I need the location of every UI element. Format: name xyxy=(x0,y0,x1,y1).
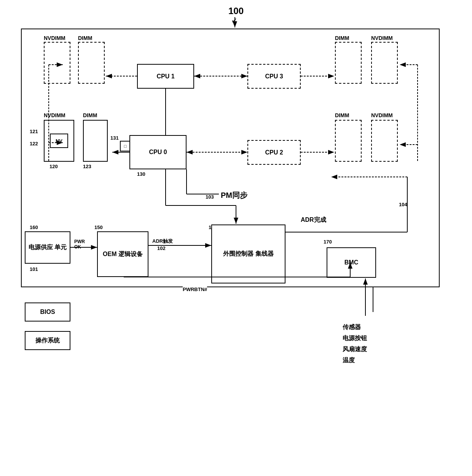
ref-100-label: 100 xyxy=(228,6,244,16)
dimm-mid-left-label: DIMM xyxy=(83,112,97,118)
ref-121: 121 xyxy=(30,129,38,134)
adr-trigger-label: ADR触发 xyxy=(152,238,173,245)
ref-170: 170 xyxy=(324,239,332,245)
nvdimm-top-left-label: NVDIMM xyxy=(44,35,65,41)
nv-box: NV xyxy=(50,134,68,148)
ref-122: 122 xyxy=(30,141,38,146)
ref-103: 103 xyxy=(206,194,214,200)
arrow-down-icon: ↙ xyxy=(231,16,237,24)
oem-logic-box: OEM 逻辑设备 xyxy=(97,231,148,277)
cpu0-box: CPU 0 xyxy=(129,135,187,169)
os-box: 操作系统 xyxy=(25,331,70,350)
cpu2-box: CPU 2 xyxy=(247,140,301,165)
sensor-info-group: 传感器 电源按钮 风扇速度 温度 xyxy=(343,323,367,365)
dimm-top-right-box xyxy=(335,42,362,84)
adr-small-box: □ xyxy=(120,141,131,151)
power-supply-label: 电源供应 单元 xyxy=(29,243,67,252)
peripheral-box: 外围控制器 集线器 xyxy=(211,224,285,283)
power-supply-box: 电源供应 单元 xyxy=(25,231,70,264)
pwrbtn-label: PWRBTN# xyxy=(183,287,207,292)
power-button-label: 电源按钮 xyxy=(343,334,367,342)
ref-102: 102 xyxy=(157,245,166,251)
dimm-mid-left-box xyxy=(83,120,108,162)
bmc-box: BMC xyxy=(327,247,376,278)
ref-120: 120 xyxy=(49,164,58,169)
nvdimm-mid-right-box xyxy=(371,120,398,162)
cpu1-box: CPU 1 xyxy=(137,64,194,89)
dimm-top-left-box xyxy=(78,42,105,84)
adr-complete-label: ADR完成 xyxy=(301,216,326,224)
ref-101: 101 xyxy=(30,266,38,272)
fan-speed-label: 风扇速度 xyxy=(343,345,367,353)
dimm-top-left-label: DIMM xyxy=(78,35,92,41)
ref-104: 104 xyxy=(399,202,407,207)
nvdimm-mid-left-box: V NV xyxy=(44,120,74,162)
peripheral-controller-label: 外围控制器 集线器 xyxy=(223,250,273,258)
ref-160: 160 xyxy=(30,224,38,230)
dimm-top-right-label: DIMM xyxy=(335,35,349,41)
oem-logic-label: OEM 逻辑设备 xyxy=(103,250,143,258)
nvdimm-mid-right-label: NVDIMM xyxy=(371,112,393,118)
sensor-label: 传感器 xyxy=(343,323,367,331)
bios-box: BIOS xyxy=(25,302,70,322)
temperature-label: 温度 xyxy=(343,357,367,365)
pwr-ok-label: PWROK xyxy=(74,239,85,250)
nvdimm-top-right-box xyxy=(371,42,398,84)
ref-131: 131 xyxy=(110,135,119,141)
diagram-container: 100 ↙ NVDIMM DIMM DIMM NVDIMM CPU 1 CPU … xyxy=(0,0,472,476)
ref-130: 130 xyxy=(137,171,145,177)
dimm-mid-right-box xyxy=(335,120,362,162)
ref-150: 150 xyxy=(94,224,103,230)
nvdimm-top-right-label: NVDIMM xyxy=(371,35,393,41)
ref-123: 123 xyxy=(83,164,91,169)
dimm-mid-right-label: DIMM xyxy=(335,112,349,118)
nvdimm-top-left-box xyxy=(44,42,70,84)
cpu3-box: CPU 3 xyxy=(247,64,301,89)
pm-sync-label: PM同步 xyxy=(221,190,247,201)
nvdimm-mid-left-label: NVDIMM xyxy=(44,112,65,118)
